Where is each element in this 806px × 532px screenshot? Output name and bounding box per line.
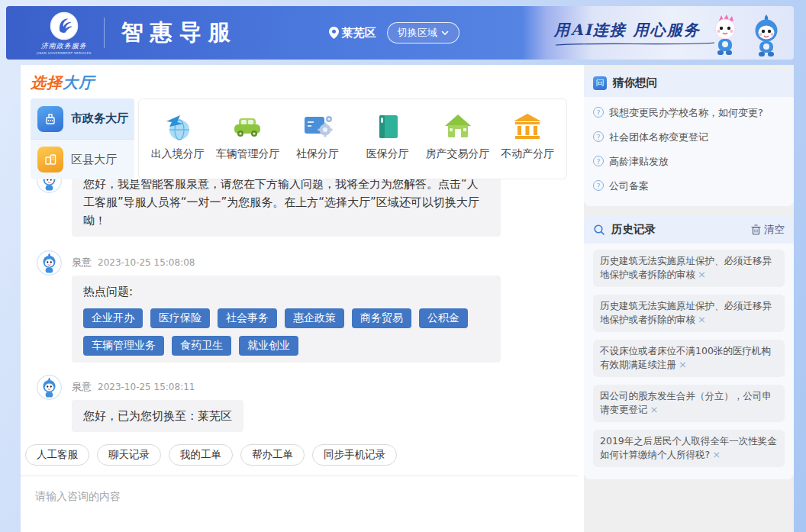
jinan-gov-logo: 济南政务服务 JINAN GOVERNMENT SERVICES xyxy=(37,11,92,55)
bot-name: 泉意 xyxy=(72,256,92,268)
history-item[interactable]: 不设床位或者床位不满100张的医疗机构有效期满延续注册× xyxy=(593,340,785,377)
chat-bubble: 您好，已为您切换至：莱芜区 xyxy=(72,400,243,432)
header-bar: 济南政务服务 JINAN GOVERNMENT SERVICES 智惠导服 莱芜… xyxy=(6,6,522,60)
question-bubble-icon: 问 xyxy=(593,76,607,90)
guess-question[interactable]: ? 社会团体名称变更登记 xyxy=(593,125,785,150)
clear-history-button[interactable]: 清空 xyxy=(751,223,785,237)
hall-selector-title: 选择大厅 xyxy=(31,73,578,93)
history-item[interactable]: 历史建筑无法实施原址保护、必须迁移异地保护或者拆除的审核× xyxy=(593,250,785,287)
close-icon[interactable]: × xyxy=(698,269,706,280)
logo-org-name: 济南政务服务 xyxy=(41,41,87,51)
banner-slogan: 用AI连接 用心服务 xyxy=(554,20,716,40)
tab-district-hall-label: 区县大厅 xyxy=(71,153,117,167)
tab-district-hall[interactable]: 区县大厅 xyxy=(31,139,134,179)
vehicle-icon xyxy=(213,107,282,147)
mascot-blue-icon xyxy=(748,14,785,58)
guess-panel-title: 猜你想问 xyxy=(613,76,785,90)
district-hall-icon xyxy=(37,147,63,172)
hall-title-choose: 选择 xyxy=(31,73,63,92)
hall-item-medical-insurance[interactable]: 医保分厅 xyxy=(353,107,422,174)
topic-button-provident-fund[interactable]: 公积金 xyxy=(419,308,468,328)
topic-button-medical-insurance[interactable]: 医疗保险 xyxy=(150,308,210,328)
question-mark-icon: ? xyxy=(593,131,604,142)
hall-item-immovable-property[interactable]: 不动产分厅 xyxy=(493,107,562,174)
bot-name: 泉意 xyxy=(72,381,92,392)
trash-icon xyxy=(751,224,761,235)
topic-button-food-drug-health[interactable]: 食药卫生 xyxy=(172,336,231,356)
search-icon xyxy=(593,224,605,236)
switch-region-button[interactable]: 切换区域 xyxy=(387,22,459,44)
guess-question[interactable]: ? 我想变更民办学校名称，如何变更? xyxy=(593,101,785,125)
tab-sync-phone-records[interactable]: 同步手机记录 xyxy=(312,444,397,466)
header-banner: 用AI连接 用心服务 xyxy=(522,6,794,60)
social-security-icon xyxy=(283,107,352,147)
immovable-property-icon xyxy=(493,107,562,147)
chat-area: 您好，我是智能客服泉意，请您在下方输入问题，我将全力为您解答。点击“人工客服”导… xyxy=(21,168,578,532)
bot-avatar xyxy=(37,250,62,276)
right-sidebar: 问 猜你想问 ? 我想变更民办学校名称，如何变更? ? 社会团体名称变更登记 ?… xyxy=(584,65,794,532)
city-hall-icon xyxy=(37,106,63,132)
close-icon[interactable]: × xyxy=(679,359,687,370)
hall-item-real-estate-trade[interactable]: 房产交易分厅 xyxy=(424,107,492,174)
header: 济南政务服务 JINAN GOVERNMENT SERVICES 智惠导服 莱芜… xyxy=(6,6,794,60)
message-time: 2023-10-25 15:08:11 xyxy=(98,382,195,392)
close-icon[interactable]: × xyxy=(650,404,659,415)
question-mark-icon: ? xyxy=(593,180,604,191)
tab-assist-tickets[interactable]: 帮办工单 xyxy=(240,444,305,466)
question-mark-icon: ? xyxy=(593,156,604,166)
tab-city-hall-label: 市政务大厅 xyxy=(71,111,128,126)
quick-tabs: 人工客服 聊天记录 我的工单 帮办工单 同步手机记录 xyxy=(25,444,567,466)
topic-button-enterprise-policy[interactable]: 惠企政策 xyxy=(285,308,344,328)
chat-message: 泉意2023-10-25 15:08:08 热点问题: 企业开办 医疗保险 社会… xyxy=(37,250,567,363)
topic-button-social-affairs[interactable]: 社会事务 xyxy=(218,308,277,328)
exit-entry-icon xyxy=(143,107,212,147)
guess-question[interactable]: ? 高龄津贴发放 xyxy=(593,150,785,174)
location-pin-icon xyxy=(329,27,339,39)
hall-tabs: 市政务大厅 区县大厅 xyxy=(31,98,134,179)
hall-title-hall: 大厅 xyxy=(63,73,95,92)
page-title: 智惠导服 xyxy=(121,18,237,48)
question-mark-icon: ? xyxy=(593,107,604,118)
guess-question[interactable]: ? 公司备案 xyxy=(593,174,785,198)
topic-button-employment[interactable]: 就业创业 xyxy=(239,336,298,356)
app-window: 济南政务服务 JINAN GOVERNMENT SERVICES 智惠导服 莱芜… xyxy=(6,6,794,532)
history-item[interactable]: 因公司的股东发生合并（分立），公司申请变更登记× xyxy=(593,385,785,422)
tab-chat-history[interactable]: 聊天记录 xyxy=(97,444,161,466)
main-panel: 选择大厅 市政务大厅 区县大厅 xyxy=(21,65,578,532)
chat-message: 泉意2023-10-25 15:08:11 您好，已为您切换至：莱芜区 xyxy=(37,375,567,432)
history-item[interactable]: 2019年之后居民个人取得全年一次性奖金如何计算缴纳个人所得税?× xyxy=(593,430,785,467)
tab-human-service[interactable]: 人工客服 xyxy=(25,444,89,466)
history-item[interactable]: 历史建筑无法实施原址保护、必须迁移异地保护或者拆除的审核× xyxy=(593,295,785,332)
logo-org-name-en: JINAN GOVERNMENT SERVICES xyxy=(37,51,92,55)
topic-button-commerce-trade[interactable]: 商务贸易 xyxy=(352,308,411,328)
switch-region-label: 切换区域 xyxy=(398,26,437,40)
tab-my-tickets[interactable]: 我的工单 xyxy=(169,444,233,466)
history-panel-title: 历史记录 xyxy=(611,222,745,237)
history-panel: 历史记录 清空 历史建筑无法实施原址保护、必须迁移异地保护或者拆除的审核× xyxy=(584,215,794,479)
logo-emblem-icon xyxy=(50,11,79,40)
topic-button-business-start[interactable]: 企业开办 xyxy=(83,308,143,328)
guess-panel: 问 猜你想问 ? 我想变更民办学校名称，如何变更? ? 社会团体名称变更登记 ?… xyxy=(584,69,794,206)
header-divider xyxy=(104,18,105,48)
mascot-pink-icon xyxy=(707,14,742,56)
chevron-down-icon xyxy=(441,31,449,35)
bot-avatar xyxy=(37,375,62,400)
slogan-underline-swoosh xyxy=(554,41,716,47)
hall-item-social-security[interactable]: 社保分厅 xyxy=(283,107,352,174)
hall-item-exit-entry[interactable]: 出入境分厅 xyxy=(143,107,212,174)
hall-list: 出入境分厅 车辆管理分厅 社保分厅 xyxy=(138,98,567,179)
close-icon[interactable]: × xyxy=(698,314,706,325)
medical-insurance-icon xyxy=(353,107,422,147)
chat-bubble: 热点问题: 企业开办 医疗保险 社会事务 惠企政策 商务贸易 公积金 车辆管理业… xyxy=(72,276,501,363)
hot-topics-lead: 热点问题: xyxy=(83,282,489,301)
chat-input[interactable] xyxy=(35,490,554,532)
topic-button-vehicle-mgmt[interactable]: 车辆管理业务 xyxy=(83,336,164,356)
hall-item-vehicle[interactable]: 车辆管理分厅 xyxy=(213,107,282,174)
current-region: 莱芜区 xyxy=(342,26,376,40)
real-estate-trade-icon xyxy=(424,107,492,147)
close-icon[interactable]: × xyxy=(712,449,721,460)
message-time: 2023-10-25 15:08:08 xyxy=(98,257,195,268)
tab-city-hall[interactable]: 市政务大厅 xyxy=(31,98,134,139)
